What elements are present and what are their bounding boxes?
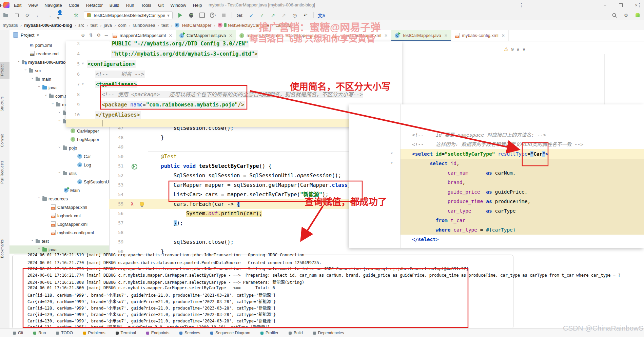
breadcrumb-item-mybatis[interactable]: mybatis (3, 23, 18, 28)
run-configuration-select[interactable]: TestCarMapper.testSelectByCarType ▾ (84, 11, 173, 19)
status-item-endpoints[interactable]: Endpoints (146, 331, 169, 335)
status-item-sequence-diagram[interactable]: Sequence Diagram (210, 331, 250, 335)
next-problem-icon[interactable]: ∨ (522, 47, 526, 52)
maximize-icon[interactable] (613, 0, 628, 10)
profiler-button[interactable]: ▾ (210, 12, 216, 18)
search-everywhere-icon[interactable] (611, 12, 618, 18)
breadcrumb-item-com[interactable]: com (118, 23, 126, 28)
menu-navigate[interactable]: Navigate (44, 3, 62, 8)
rollback-icon[interactable]: ↶ (303, 12, 309, 18)
stripe-item-commit[interactable]: Commit (0, 132, 9, 150)
menu-window[interactable]: Window (171, 3, 186, 8)
tree-item-logback.xml[interactable]: logback.xml (51, 212, 81, 219)
run-button[interactable] (177, 12, 183, 18)
menu-refactor[interactable]: Refactor (86, 3, 103, 8)
status-item-build[interactable]: Build (289, 331, 303, 335)
fold-marker-icon[interactable]: ∨ (82, 62, 84, 65)
status-item-git[interactable]: Git (13, 331, 23, 335)
stripe-item-pull-requests[interactable]: Pull Requests (0, 158, 9, 186)
save-all-icon[interactable] (14, 12, 20, 18)
expand-all-icon[interactable]: ⇅ (89, 33, 93, 38)
run-test-gutter-icon[interactable] (132, 164, 137, 170)
tab-close-icon[interactable]: ✕ (444, 33, 448, 38)
git-push-icon[interactable]: ↗ (270, 12, 276, 18)
minimize-icon[interactable]: − (597, 0, 613, 10)
back-icon[interactable]: ← (35, 12, 41, 18)
status-item-profiler[interactable]: Profiler (260, 331, 278, 335)
breadcrumb-item-testcarmapper[interactable]: CTestCarMapper (175, 23, 211, 28)
status-item-terminal[interactable]: Terminal (116, 331, 136, 335)
plugin-badge-icon[interactable] (635, 12, 641, 18)
menu-code[interactable]: Code (69, 3, 79, 8)
status-item-services[interactable]: Services (179, 331, 200, 335)
status-item-problems[interactable]: Problems (83, 331, 105, 335)
tree-item-java[interactable]: ›java (38, 84, 57, 91)
menu-edit[interactable]: Edit (14, 3, 21, 8)
tree-item-resources[interactable]: ›resources (38, 195, 68, 202)
translate-icon[interactable]: 文A (318, 12, 325, 18)
tree-item-Main[interactable]: CMain (64, 186, 80, 194)
sync-icon[interactable]: ⟳ (24, 12, 31, 18)
tree-item-CarMapper[interactable]: ICarMapper (71, 127, 99, 135)
tab-list-more-icon[interactable]: ⋮ (519, 2, 524, 8)
debug-button[interactable] (188, 12, 194, 18)
tab-mapper-carmapper.xml[interactable]: mapper\CarMapper.xml✕ (109, 30, 176, 41)
locate-file-icon[interactable]: ⊕ (81, 33, 85, 38)
menu-view[interactable]: View (28, 3, 38, 8)
breadcrumb-item-rainbowsea[interactable]: rainbowsea (133, 23, 155, 28)
fold-marker-icon[interactable]: ∨ (82, 82, 84, 85)
tree-item-java[interactable]: ›java (38, 246, 57, 253)
breadcrumb-item-mybatis-006-antic-blog[interactable]: mybatis-006-antic-blog (24, 23, 72, 28)
build-hammer-icon[interactable]: ⚒ (73, 12, 79, 18)
tab-testcarmapper.java[interactable]: CTestCarMapper.java✕ (391, 30, 451, 41)
status-item-dependencies[interactable]: Dependencies (313, 331, 344, 335)
tree-item-CarMapper.xml[interactable]: CarMapper.xml (51, 203, 87, 211)
tree-item-readme.md[interactable]: readme.md (30, 50, 59, 57)
breadcrumb-item-src[interactable]: src (78, 23, 84, 28)
status-item-todo[interactable]: TODO (56, 331, 73, 335)
stop-button[interactable] (221, 12, 227, 18)
tab-carmappertest.java[interactable]: CCarMapperTest.java✕ (176, 30, 236, 41)
tab-mybatis-config.xml[interactable]: mybatis-config.xml✕ (451, 30, 509, 41)
tree-item-src[interactable]: ›src (24, 67, 41, 74)
hide-panel-icon[interactable]: ─ (105, 33, 108, 38)
tab-close-icon[interactable]: ✕ (502, 33, 505, 38)
tab-close-icon[interactable]: ✕ (384, 33, 388, 38)
tree-item-Car[interactable]: CCar (77, 153, 91, 160)
tree-item-mybatis-config.xml[interactable]: mybatis-config.xml (51, 229, 94, 236)
profile-user-icon[interactable]: 👤▾ (57, 12, 63, 18)
tree-item-utils[interactable]: ›utils (58, 170, 77, 177)
tree-item-pom.xml[interactable]: mpom.xml (30, 41, 52, 49)
forward-icon[interactable]: → (46, 12, 52, 18)
menu-tools[interactable]: Tools (141, 3, 151, 8)
fold-marker-icon[interactable]: ∨ (391, 161, 393, 164)
breadcrumb-item-test[interactable]: test (161, 23, 169, 28)
overlay-carmapper-xml-editor[interactable]: <!-- id 要是 namespace 对应接口上的方法名: --><!-- … (349, 104, 644, 248)
editor-options-more-icon[interactable]: ⋮ (637, 2, 642, 8)
menu-run[interactable]: Run (126, 3, 134, 8)
tree-item-SqlSessionUtil[interactable]: CSqlSessionUtil (77, 178, 110, 185)
menu-git[interactable]: Git (158, 3, 164, 8)
settings-gear-icon[interactable]: ⚙ (623, 12, 629, 18)
tree-item-main[interactable]: ›main (31, 75, 51, 83)
tree-item-LogMapper[interactable]: ILogMapper (71, 136, 99, 143)
intention-bulb-icon[interactable] (140, 202, 144, 206)
open-folder-icon[interactable] (3, 12, 9, 18)
menu-help[interactable]: Help (193, 3, 202, 8)
coverage-button[interactable] (199, 12, 205, 18)
menu-build[interactable]: Build (110, 3, 119, 8)
run-console[interactable]: 2024-06-01 17:16:21.519 [main] DEBUG org… (12, 255, 513, 329)
stripe-item-bookmarks[interactable]: Bookmarks (0, 237, 9, 261)
tab-close-icon[interactable]: ✕ (169, 33, 172, 38)
prev-problem-icon[interactable]: ∧ (516, 47, 520, 52)
tab-close-icon[interactable]: ✕ (229, 33, 232, 38)
git-commit-icon[interactable]: ✓ (259, 12, 265, 18)
git-push-disabled-icon[interactable]: ↗ (281, 12, 287, 18)
fold-marker-icon[interactable]: ∨ (391, 152, 393, 155)
stripe-item-structure[interactable]: Structure (0, 94, 9, 114)
git-update-icon[interactable]: ↙ (248, 12, 254, 18)
breadcrumb-item-java[interactable]: java (104, 23, 112, 28)
panel-options-gear-icon[interactable]: ⚙ (97, 33, 101, 38)
tree-item-LogMapper.xml[interactable]: LogMapper.xml (51, 220, 87, 228)
stripe-item-project[interactable]: Project (0, 62, 9, 79)
